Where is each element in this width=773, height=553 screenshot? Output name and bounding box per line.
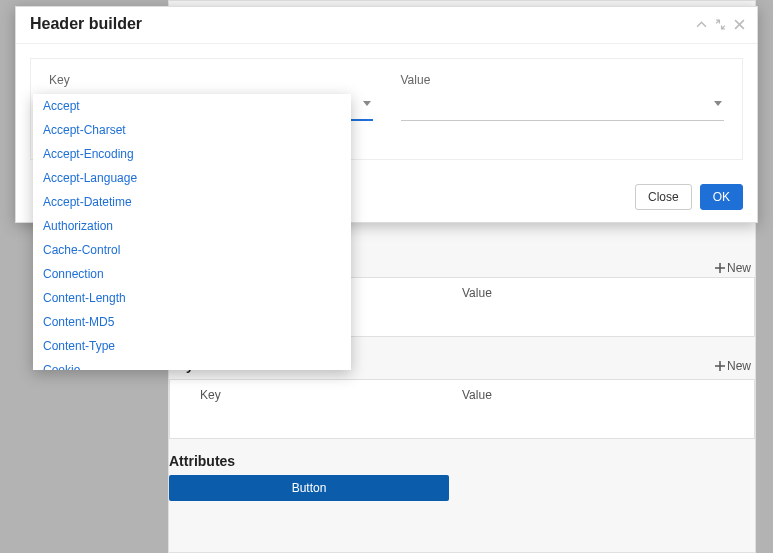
key-option[interactable]: Cache-Control — [33, 238, 351, 262]
collapse-icon[interactable] — [696, 19, 707, 30]
key-option[interactable]: Content-Length — [33, 286, 351, 310]
key-option[interactable]: Accept-Charset — [33, 118, 351, 142]
key-field-label: Key — [49, 73, 373, 87]
key-option[interactable]: Cookie — [33, 358, 351, 370]
value-select[interactable] — [401, 99, 725, 121]
ok-button[interactable]: OK — [700, 184, 743, 210]
expand-icon[interactable] — [715, 19, 726, 30]
key-option[interactable]: Accept-Datetime — [33, 190, 351, 214]
chevron-down-icon — [714, 101, 722, 106]
key-dropdown[interactable]: AcceptAccept-CharsetAccept-EncodingAccep… — [33, 94, 351, 370]
key-option[interactable]: Accept-Language — [33, 166, 351, 190]
value-field-label: Value — [401, 73, 725, 87]
key-option[interactable]: Accept — [33, 94, 351, 118]
close-icon[interactable] — [734, 19, 745, 30]
key-option[interactable]: Content-Type — [33, 334, 351, 358]
close-button[interactable]: Close — [635, 184, 692, 210]
key-option[interactable]: Connection — [33, 262, 351, 286]
key-option[interactable]: Accept-Encoding — [33, 142, 351, 166]
modal-title: Header builder — [30, 15, 696, 33]
key-option[interactable]: Authorization — [33, 214, 351, 238]
key-option[interactable]: Content-MD5 — [33, 310, 351, 334]
chevron-down-icon — [363, 101, 371, 106]
modal-header: Header builder — [16, 7, 757, 44]
